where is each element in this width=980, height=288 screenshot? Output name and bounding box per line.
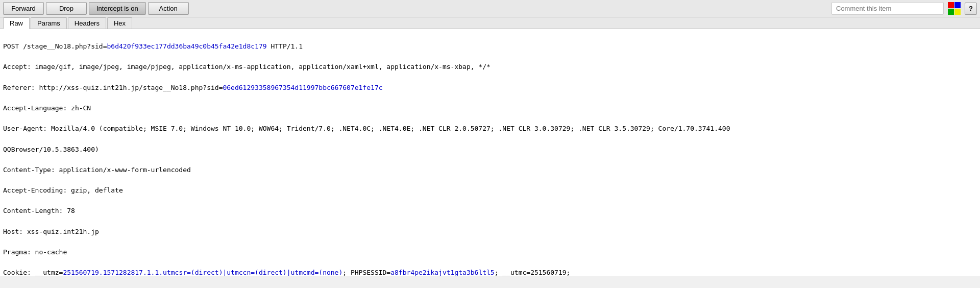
tab-params[interactable]: Params bbox=[31, 17, 67, 29]
line1-prefix: POST /stage__No18.php?sid= bbox=[3, 42, 107, 50]
tab-bar: Raw Params Headers Hex bbox=[0, 17, 980, 29]
toolbar: Forward Drop Intercept is on Action ? bbox=[0, 0, 980, 17]
line-8: Accept-Encoding: gzip, deflate bbox=[3, 185, 977, 196]
line-2: Accept: image/gif, image/jpeg, image/pjp… bbox=[3, 62, 977, 72]
line3-prefix: Referer: http://xss-quiz.int21h.jp/stage… bbox=[3, 84, 223, 91]
line-6: QQBrowser/10.5.3863.400) bbox=[3, 145, 977, 155]
grid-red bbox=[948, 2, 954, 8]
action-button[interactable]: Action bbox=[148, 2, 189, 15]
line-3: Referer: http://xss-quiz.int21h.jp/stage… bbox=[3, 83, 977, 93]
line12-suffix: ; __utmc=251560719; bbox=[495, 269, 571, 276]
drop-button[interactable]: Drop bbox=[46, 2, 87, 15]
grid-green bbox=[948, 9, 954, 15]
comment-input[interactable] bbox=[831, 2, 944, 15]
line12-mid: ; PHPSESSID= bbox=[342, 269, 390, 276]
line3-link: 06ed61293358967354d11997bbc667607e1fe17c bbox=[223, 84, 382, 91]
line12-prefix: Cookie: __utmz= bbox=[3, 269, 63, 276]
intercept-button[interactable]: Intercept is on bbox=[89, 2, 146, 15]
tab-hex[interactable]: Hex bbox=[107, 17, 132, 29]
line-1: POST /stage__No18.php?sid=b6d420f933ec17… bbox=[3, 41, 977, 52]
line1-suffix: HTTP/1.1 bbox=[267, 42, 303, 50]
color-grid-icon bbox=[948, 2, 961, 15]
line-4: Accept-Language: zh-CN bbox=[3, 103, 977, 113]
line-7: Content-Type: application/x-www-form-url… bbox=[3, 165, 977, 175]
line12-link1: 251560719.1571282817.1.1.utmcsr=(direct)… bbox=[63, 269, 342, 276]
grid-blue bbox=[954, 2, 961, 8]
tab-headers[interactable]: Headers bbox=[68, 17, 106, 29]
line-5: User-Agent: Mozilla/4.0 (compatible; MSI… bbox=[3, 124, 977, 134]
help-button[interactable]: ? bbox=[965, 3, 977, 15]
forward-button[interactable]: Forward bbox=[3, 2, 44, 15]
line-11: Pragma: no-cache bbox=[3, 247, 977, 257]
line-9: Content-Length: 78 bbox=[3, 206, 977, 216]
line-10: Host: xss-quiz.int21h.jp bbox=[3, 227, 977, 237]
line-12: Cookie: __utmz=251560719.1571282817.1.1.… bbox=[3, 268, 977, 276]
line1-link: b6d420f933ec177dd36ba49c0b45fa42e1d8c179 bbox=[107, 42, 267, 50]
tab-raw[interactable]: Raw bbox=[3, 17, 30, 29]
grid-yellow bbox=[954, 9, 961, 15]
request-content[interactable]: POST /stage__No18.php?sid=b6d420f933ec17… bbox=[0, 29, 980, 276]
line12-link2: a8fbr4pe2ikajvt1gta3b6ltl5 bbox=[390, 269, 495, 276]
